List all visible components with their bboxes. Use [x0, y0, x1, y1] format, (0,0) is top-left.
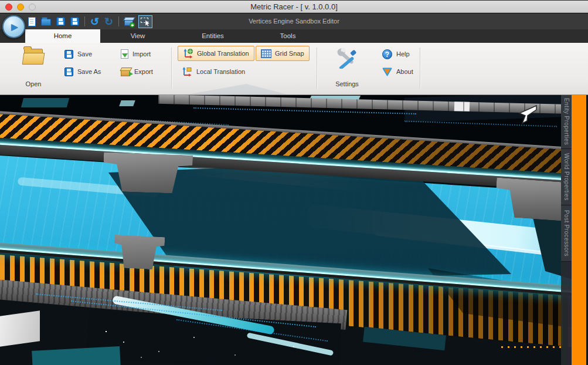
about-vertices-logo-icon	[382, 67, 392, 76]
side-tab-label: Entity Properties	[563, 98, 570, 145]
group-separator	[171, 48, 172, 89]
mouse-cursor	[518, 104, 538, 124]
grid-snap-icon	[261, 49, 271, 58]
toolbar-separator	[118, 16, 119, 26]
save-label: Save	[77, 50, 92, 58]
app-window: Metric Racer - [ v. 1.0.0.0] Vertices En…	[0, 0, 588, 365]
scene-lights	[501, 346, 566, 348]
scene-speckles	[106, 331, 107, 332]
about-label: About	[396, 68, 413, 75]
side-tab-strip: Entity Properties World Properties Post …	[561, 95, 572, 365]
plus-badge-icon	[130, 22, 135, 28]
quick-access-toolbar: Vertices Engine Sandbox Editor ↺ ↻	[0, 13, 588, 29]
local-translation-icon	[182, 66, 192, 77]
import-icon	[121, 49, 128, 59]
save-as-label: Save As	[77, 68, 101, 75]
open-file-icon[interactable]	[41, 19, 51, 26]
group-separator	[420, 48, 420, 89]
help-button[interactable]: ? Help	[382, 48, 410, 60]
export-button[interactable]: Export	[121, 65, 153, 78]
side-tab-label: World Properties	[563, 153, 570, 201]
grid-snap-label: Grid Snap	[275, 50, 304, 57]
local-translation-label: Local Translation	[196, 68, 245, 75]
titlebar: Metric Racer - [ v. 1.0.0.0]	[0, 0, 588, 13]
tab-home[interactable]: Home	[25, 29, 100, 43]
save-icon	[64, 50, 73, 59]
collapsed-panel-strip[interactable]	[572, 95, 586, 365]
local-translation-button[interactable]: Local Translation	[182, 65, 245, 78]
window-title: Metric Racer - [ v. 1.0.0.0]	[0, 1, 588, 12]
global-translation-label: Global Translation	[197, 50, 249, 57]
viewport-3d-scene[interactable]: Entity Properties World Properties Post …	[0, 95, 588, 365]
global-translation-icon	[183, 48, 193, 59]
help-label: Help	[396, 50, 410, 58]
undo-icon[interactable]: ↺	[90, 16, 99, 27]
select-tool-button[interactable]	[138, 15, 152, 28]
side-tab-label: Post Processors	[563, 210, 570, 256]
save-as-icon[interactable]	[70, 17, 79, 26]
scene-structure	[21, 98, 69, 107]
import-button[interactable]: Import	[121, 48, 151, 60]
tab-entities[interactable]: Entities	[175, 29, 250, 43]
ribbon-home-panel: Open Save Save As Import Export Global T…	[0, 43, 588, 95]
machinery-slab	[0, 310, 40, 347]
tab-entity-properties[interactable]: Entity Properties	[561, 95, 572, 149]
ribbon-tab-bar: Home View Entities Tools	[0, 29, 588, 43]
settings-label: Settings	[335, 80, 359, 87]
scene-structure	[119, 100, 135, 106]
tab-tools[interactable]: Tools	[250, 29, 325, 43]
about-button[interactable]: About	[382, 65, 413, 78]
play-icon: ▶	[9, 22, 18, 32]
add-entity-icon[interactable]	[124, 19, 133, 26]
grid-snap-button[interactable]: Grid Snap	[256, 46, 310, 61]
group-separator	[317, 48, 317, 89]
export-icon	[121, 69, 130, 76]
save-button[interactable]: Save	[64, 48, 92, 60]
save-as-icon	[64, 67, 73, 76]
open-folder-icon	[22, 48, 45, 65]
tab-post-processors[interactable]: Post Processors	[561, 205, 572, 262]
tab-world-properties[interactable]: World Properties	[561, 149, 572, 205]
global-translation-button[interactable]: Global Translation	[178, 46, 254, 61]
save-icon[interactable]	[56, 17, 65, 26]
cursor-arrow-icon	[145, 20, 150, 26]
help-icon: ?	[382, 49, 392, 59]
open-button[interactable]: Open	[15, 45, 52, 91]
redo-icon[interactable]: ↻	[104, 16, 113, 27]
settings-icon	[336, 48, 358, 69]
settings-button[interactable]: Settings	[329, 45, 365, 91]
tab-view[interactable]: View	[100, 29, 175, 43]
save-as-button[interactable]: Save As	[64, 65, 101, 78]
run-game-button[interactable]: ▶	[2, 15, 25, 38]
export-label: Export	[134, 68, 153, 75]
open-label: Open	[26, 80, 42, 87]
import-label: Import	[132, 50, 151, 58]
toolbar-separator	[84, 16, 85, 26]
new-file-icon[interactable]	[28, 17, 36, 26]
